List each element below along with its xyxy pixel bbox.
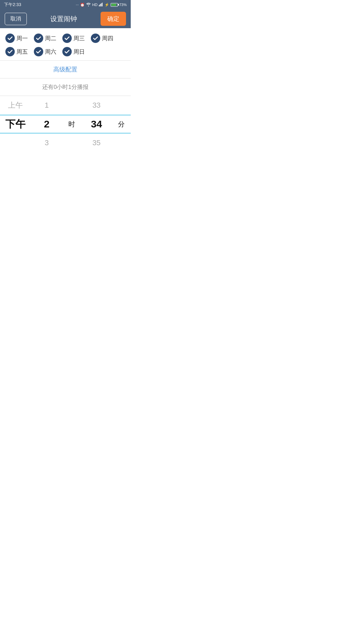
- advanced-label[interactable]: 高级配置: [53, 66, 77, 73]
- minute-selected[interactable]: 34: [81, 118, 112, 130]
- picker-row-below: 3 35: [0, 133, 131, 152]
- confirm-button[interactable]: 确定: [101, 12, 126, 26]
- picker-row-selected[interactable]: 下午 2 时 34 分: [0, 115, 131, 133]
- battery-percent: 73%: [119, 3, 127, 7]
- countdown-text: 还有0小时1分播报: [42, 84, 88, 90]
- battery-icon: [111, 3, 118, 7]
- days-section: 周一 周二 周三 周四 周五: [0, 28, 131, 61]
- day-saturday[interactable]: 周六: [34, 47, 56, 56]
- hour-unit-selected: 时: [62, 120, 81, 129]
- monday-check: [5, 34, 15, 43]
- minute-unit-selected: 分: [112, 120, 131, 129]
- svg-rect-2: [101, 3, 102, 6]
- minute-below: 35: [81, 139, 112, 147]
- sunday-check: [62, 47, 72, 56]
- thursday-check: [91, 34, 100, 43]
- signal-bars-icon: [99, 2, 103, 7]
- day-wednesday[interactable]: 周三: [62, 34, 85, 43]
- sunday-label: 周日: [73, 48, 85, 56]
- wifi-icon: [86, 2, 91, 7]
- hd-icon: HD: [92, 3, 98, 7]
- status-time: 下午2:33: [4, 2, 21, 8]
- saturday-label: 周六: [45, 48, 56, 56]
- thursday-label: 周四: [102, 35, 113, 42]
- svg-rect-3: [102, 3, 103, 6]
- signal-dots-icon: ···: [76, 3, 79, 7]
- picker-row-above: 上午 1 33: [0, 96, 131, 115]
- header-title: 设置闹钟: [50, 14, 77, 23]
- day-sunday[interactable]: 周日: [62, 47, 85, 56]
- rest-area: [0, 152, 131, 253]
- friday-check: [5, 47, 15, 56]
- day-tuesday[interactable]: 周二: [34, 34, 56, 43]
- days-row-2: 周五 周六 周日: [5, 47, 125, 56]
- time-picker[interactable]: 上午 1 33 下午 2 时 34 分: [0, 96, 131, 152]
- tuesday-label: 周二: [45, 35, 56, 42]
- days-row-1: 周一 周二 周三 周四: [5, 34, 125, 43]
- saturday-check: [34, 47, 43, 56]
- day-thursday[interactable]: 周四: [91, 34, 113, 43]
- wednesday-check: [62, 34, 72, 43]
- alarm-icon: ⏰: [80, 3, 85, 7]
- svg-rect-1: [100, 4, 101, 6]
- bolt-icon: ⚡: [105, 3, 109, 7]
- day-monday[interactable]: 周一: [5, 34, 28, 43]
- ampm-above: 上午: [0, 100, 31, 110]
- hour-above: 1: [31, 101, 62, 110]
- monday-label: 周一: [16, 35, 28, 42]
- ampm-selected[interactable]: 下午: [0, 117, 31, 131]
- tuesday-check: [34, 34, 43, 43]
- minute-above: 33: [81, 101, 112, 110]
- wednesday-label: 周三: [73, 35, 85, 42]
- friday-label: 周五: [16, 48, 28, 56]
- status-icons: ··· ⏰ HD ⚡ 73%: [76, 2, 127, 7]
- header: 取消 设置闹钟 确定: [0, 9, 131, 28]
- cancel-button[interactable]: 取消: [5, 13, 27, 25]
- countdown-section: 还有0小时1分播报: [0, 78, 131, 96]
- day-friday[interactable]: 周五: [5, 47, 28, 56]
- status-bar: 下午2:33 ··· ⏰ HD ⚡ 73%: [0, 0, 131, 9]
- advanced-section[interactable]: 高级配置: [0, 61, 131, 78]
- svg-rect-0: [99, 5, 100, 6]
- hour-below: 3: [31, 139, 62, 147]
- hour-selected[interactable]: 2: [31, 118, 62, 130]
